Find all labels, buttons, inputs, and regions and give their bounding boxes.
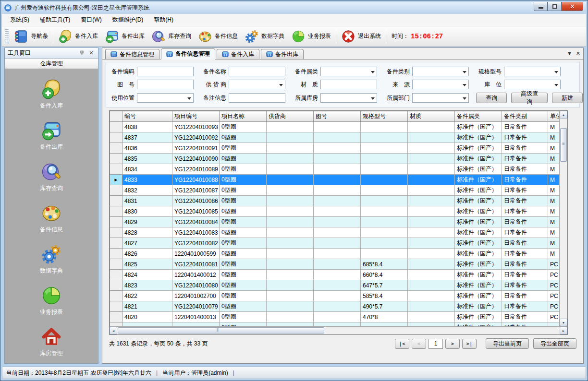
table-cell[interactable]: 0型圈 <box>220 122 267 132</box>
table-cell[interactable]: 日常备件 <box>502 249 548 259</box>
table-cell[interactable] <box>408 217 455 227</box>
table-row[interactable]: 4821YG122040100790型圈490*5.7标准件（国产）日常备件PC <box>110 301 560 312</box>
sidebar-item-parts-out[interactable]: 备件出库 <box>23 120 80 151</box>
row-selector[interactable] <box>110 164 122 175</box>
table-cell[interactable] <box>314 154 361 164</box>
table-cell[interactable]: 4823 <box>122 280 172 291</box>
table-row[interactable]: 4830YG122040100850型圈标准件（国产）日常备件M <box>110 206 560 217</box>
column-header[interactable]: 项目编号 <box>172 111 220 122</box>
table-cell[interactable]: 日常备件 <box>502 217 548 227</box>
table-cell[interactable]: YG12204010086 <box>172 196 220 206</box>
table-cell[interactable] <box>314 227 361 238</box>
filter-input-drawing-no[interactable] <box>137 80 194 89</box>
column-header[interactable]: 项目名称 <box>220 111 267 122</box>
table-cell[interactable] <box>314 122 361 132</box>
table-cell[interactable]: 日常备件 <box>502 301 548 312</box>
table-cell[interactable] <box>408 259 455 270</box>
horizontal-scrollbar[interactable]: ◄ ► <box>110 326 567 334</box>
table-cell[interactable]: 4837 <box>122 132 172 143</box>
table-cell[interactable]: 0型圈 <box>220 143 267 154</box>
sidebar-item-report[interactable]: 业务报表 <box>23 285 80 316</box>
table-cell[interactable]: 日常备件 <box>502 185 548 196</box>
table-cell[interactable]: 4827 <box>122 238 172 249</box>
table-row[interactable]: 4827YG122040100820型圈标准件（国产）日常备件M <box>110 238 560 249</box>
table-cell[interactable]: YG12204010087 <box>172 185 220 196</box>
table-cell[interactable]: 685*8.4 <box>361 259 408 270</box>
filter-combo-part-attribute[interactable] <box>320 67 377 76</box>
tab-parts-in[interactable]: 备件入库 <box>217 49 259 59</box>
table-row[interactable]: 4825YG122040100810型圈685*8.4标准件（国产）日常备件PC <box>110 259 560 270</box>
table-cell[interactable]: 日常备件 <box>502 238 548 249</box>
table-cell[interactable]: 标准件（国产） <box>455 322 502 327</box>
table-cell[interactable]: YG12204010082 <box>172 238 220 249</box>
table-cell[interactable] <box>361 175 408 185</box>
table-cell[interactable] <box>361 322 408 327</box>
filter-combo-usage-position[interactable] <box>137 93 194 103</box>
row-selector[interactable] <box>110 154 122 164</box>
table-cell[interactable]: PC <box>548 280 560 291</box>
table-row[interactable]: 4834YG122040100890型圈标准件（国产）日常备件M <box>110 164 560 175</box>
table-cell[interactable] <box>172 322 220 327</box>
table-cell[interactable]: 1220401400013 <box>172 312 220 322</box>
table-cell[interactable]: 0型圈 <box>220 175 267 185</box>
table-cell[interactable] <box>314 238 361 249</box>
menu-help[interactable]: 帮助(H) <box>148 14 179 26</box>
table-cell[interactable]: M <box>548 238 560 249</box>
table-cell[interactable]: M <box>548 175 560 185</box>
table-cell[interactable] <box>267 238 314 249</box>
toolbar-grip[interactable] <box>5 29 9 44</box>
prev-page-button[interactable]: < <box>412 339 426 349</box>
table-cell[interactable]: 4822 <box>122 291 172 301</box>
table-row[interactable]: 482612204010005990型圈标准件（国产）日常备件M <box>110 249 560 259</box>
table-cell[interactable]: 0型圈 <box>220 217 267 227</box>
table-cell[interactable] <box>314 322 361 327</box>
table-cell[interactable]: 标准件（国产） <box>455 280 502 291</box>
table-cell[interactable]: 0型圈 <box>220 270 267 280</box>
table-cell[interactable]: 0型圈 <box>220 206 267 217</box>
table-cell[interactable]: 647*5.7 <box>361 280 408 291</box>
table-cell[interactable] <box>408 132 455 143</box>
table-cell[interactable] <box>314 249 361 259</box>
tab-close-icon[interactable]: ✕ <box>576 50 580 57</box>
table-cell[interactable]: 日常备件 <box>502 270 548 280</box>
table-cell[interactable]: PC <box>548 301 560 312</box>
table-cell[interactable]: M <box>548 143 560 154</box>
table-cell[interactable] <box>267 291 314 301</box>
table-row[interactable]: 4828YG122040100830型圈标准件（国产）日常备件M <box>110 227 560 238</box>
row-selector[interactable] <box>110 122 122 132</box>
table-cell[interactable]: 1220401000599 <box>172 249 220 259</box>
table-cell[interactable]: 日常备件 <box>502 312 548 322</box>
table-cell[interactable]: 日常备件 <box>502 291 548 301</box>
row-selector[interactable] <box>110 259 122 270</box>
table-cell[interactable] <box>408 196 455 206</box>
table-cell[interactable]: 470*8 <box>361 312 408 322</box>
table-cell[interactable] <box>314 143 361 154</box>
table-cell[interactable] <box>267 217 314 227</box>
table-cell[interactable]: 日常备件 <box>502 175 548 185</box>
table-cell[interactable]: 4833 <box>122 175 172 185</box>
sidebar-item-parts-in[interactable]: 备件入库 <box>23 79 80 110</box>
table-cell[interactable]: 标准件（国产） <box>455 122 502 132</box>
pin-icon[interactable] <box>78 49 86 57</box>
table-cell[interactable]: PC <box>548 259 560 270</box>
table-cell[interactable] <box>314 280 361 291</box>
horizontal-scroll-track[interactable] <box>117 327 560 334</box>
table-cell[interactable] <box>408 122 455 132</box>
row-selector[interactable] <box>110 217 122 227</box>
table-cell[interactable]: 4826 <box>122 249 172 259</box>
table-cell[interactable] <box>314 270 361 280</box>
table-cell[interactable] <box>314 301 361 312</box>
table-cell[interactable]: 585*8.4 <box>361 291 408 301</box>
filter-input-remarks[interactable] <box>229 93 285 103</box>
last-page-button[interactable]: >| <box>462 339 477 349</box>
scroll-up-icon[interactable]: ▲ <box>560 111 567 119</box>
table-cell[interactable] <box>361 122 408 132</box>
table-cell[interactable]: 1220401400012 <box>172 270 220 280</box>
table-cell[interactable]: 标准件（国产） <box>455 301 502 312</box>
table-cell[interactable]: 标准件（国产） <box>455 143 502 154</box>
table-cell[interactable]: 日常备件 <box>502 154 548 164</box>
table-cell[interactable]: 0型圈 <box>220 154 267 164</box>
row-selector[interactable] <box>110 322 122 327</box>
table-cell[interactable]: 4824 <box>122 270 172 280</box>
table-cell[interactable]: 标准件（国产） <box>455 196 502 206</box>
